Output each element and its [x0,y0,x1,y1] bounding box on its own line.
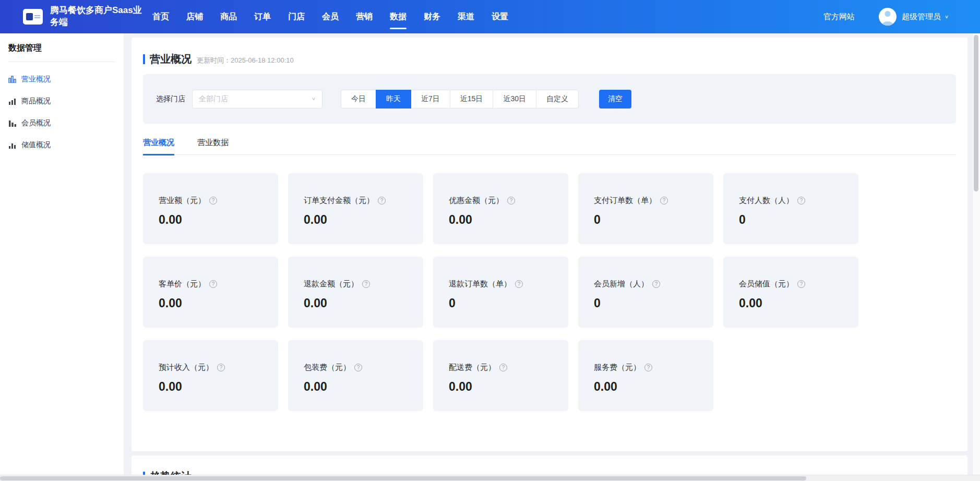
stat-card-discount-amount: 优惠金额（元）? 0.00 [433,173,568,244]
sidebar-item-business-overview[interactable]: 营业概况 [8,75,115,84]
vertical-scrollbar[interactable] [972,33,980,475]
stat-label: 退款订单数（单） [449,279,511,289]
avatar-person-icon [885,11,890,17]
chevron-down-icon: ∨ [945,14,949,19]
stat-label: 预计收入（元） [159,363,213,372]
help-icon[interactable]: ? [499,364,507,371]
chevron-down-icon: ∨ [312,96,316,101]
stat-value: 0.00 [159,213,273,227]
stat-value: 0.00 [449,380,563,394]
store-filter-label: 选择门店 [156,94,185,104]
stat-card-member-stored-value: 会员储值（元）? 0.00 [723,257,858,328]
stat-value: 0.00 [739,296,853,310]
range-button-last7days[interactable]: 近7日 [411,90,450,109]
stat-value: 0 [594,296,708,310]
main-content: 营业概况 更新时间：2025-06-18 12:00:10 选择门店 全部门店 … [124,33,980,481]
stat-card-refund-amount: 退款金额（元）? 0.00 [288,257,423,328]
clear-button[interactable]: 清空 [599,90,631,109]
stat-card-estimated-income: 预计收入（元）? 0.00 [143,340,278,411]
stat-label: 支付订单数（单） [594,196,656,206]
nav-item-home[interactable]: 首页 [152,0,169,34]
tab-business-overview[interactable]: 营业概况 [143,138,174,155]
horizontal-scrollbar-thumb[interactable] [0,476,806,480]
nav-item-marketing[interactable]: 营销 [356,0,373,34]
range-button-last15days[interactable]: 近15日 [450,90,494,109]
stat-label: 会员新增（人） [594,279,649,289]
store-select-value: 全部门店 [199,94,228,104]
help-icon[interactable]: ? [362,280,370,288]
help-icon[interactable]: ? [507,197,515,205]
overview-tabs: 营业概况 营业数据 [143,138,956,155]
official-site-link[interactable]: 官方网站 [823,12,855,22]
nav-item-data[interactable]: 数据 [390,0,407,34]
help-icon[interactable]: ? [797,280,805,288]
nav-item-shop[interactable]: 店铺 [186,0,203,34]
range-button-yesterday[interactable]: 昨天 [376,90,411,109]
help-icon[interactable]: ? [217,364,225,371]
update-time-label: 更新时间： [197,56,231,64]
stat-card-new-members: 会员新增（人）? 0 [578,257,713,328]
range-button-last30days[interactable]: 近30日 [493,90,536,109]
help-icon[interactable]: ? [209,280,217,288]
range-button-custom[interactable]: 自定义 [536,90,579,109]
sidebar-item-stored-value-overview[interactable]: 储值概况 [8,140,115,150]
tab-business-data[interactable]: 营业数据 [197,138,229,155]
stat-card-avg-order-value: 客单价（元）? 0.00 [143,257,278,328]
nav-item-goods[interactable]: 商品 [220,0,237,34]
stat-value: 0.00 [304,380,418,394]
nav-item-orders[interactable]: 订单 [254,0,271,34]
nav-item-members[interactable]: 会员 [322,0,339,34]
navbar-right: 官方网站 超级管理员 ∨ [823,8,949,26]
stat-card-delivery-fee: 配送费（元）? 0.00 [433,340,568,411]
stat-card-refund-orders: 退款订单数（单）? 0 [433,257,568,328]
stat-value: 0.00 [594,380,708,394]
nav-item-channels[interactable]: 渠道 [458,0,474,34]
sidebar-item-label: 储值概况 [21,140,51,150]
help-icon[interactable]: ? [515,280,523,288]
horizontal-scrollbar[interactable] [0,475,980,481]
stat-card-service-fee: 服务费（元）? 0.00 [578,340,713,411]
stat-value: 0 [449,296,563,310]
user-menu[interactable]: 超级管理员 ∨ [879,8,949,26]
nav-item-settings[interactable]: 设置 [492,0,508,34]
app-logo[interactable] [23,9,43,25]
nav-item-stores[interactable]: 门店 [288,0,305,34]
page-title: 营业概况 [150,52,192,66]
range-button-today[interactable]: 今日 [341,90,376,109]
help-icon[interactable]: ? [660,197,668,205]
stat-value: 0 [594,213,708,227]
stat-label: 优惠金额（元） [449,196,504,206]
help-icon[interactable]: ? [354,364,362,371]
stat-card-packaging-fee: 包装费（元）? 0.00 [288,340,423,411]
stat-value: 0.00 [449,213,563,227]
help-icon[interactable]: ? [378,197,386,205]
main-nav: 首页 店铺 商品 订单 门店 会员 营销 数据 财务 渠道 设置 [152,0,508,34]
stat-label: 支付人数（人） [739,196,794,206]
help-icon[interactable]: ? [209,197,217,205]
bar-chart-icon [8,119,17,127]
sidebar-title: 数据管理 [8,42,115,62]
stat-label: 营业额（元） [159,196,206,206]
sidebar-item-label: 营业概况 [21,75,51,84]
page-layout: 数据管理 营业概况 商品概况 会员概况 [0,33,980,481]
sidebar-item-member-overview[interactable]: 会员概况 [8,118,115,128]
nav-item-finance[interactable]: 财务 [424,0,440,34]
update-time-value: 2025-06-18 12:00:10 [231,56,294,64]
stat-value: 0.00 [304,296,418,310]
stat-label: 会员储值（元） [739,279,794,289]
store-select[interactable]: 全部门店 ∨ [192,90,322,109]
sidebar-item-goods-overview[interactable]: 商品概况 [8,97,115,106]
logo-glyph-icon [26,13,33,20]
stat-value: 0.00 [159,380,273,394]
stat-card-paid-orders: 支付订单数（单）? 0 [578,173,713,244]
bar-chart-icon [8,76,17,83]
user-name: 超级管理员 [902,12,941,22]
sidebar-item-label: 商品概况 [21,97,51,106]
help-icon[interactable]: ? [797,197,805,205]
help-icon[interactable]: ? [644,364,652,371]
help-icon[interactable]: ? [652,280,660,288]
stat-label: 客单价（元） [159,279,206,289]
section-header: 营业概况 更新时间：2025-06-18 12:00:10 [143,52,956,66]
vertical-scrollbar-thumb[interactable] [974,35,978,191]
user-avatar[interactable] [879,8,897,26]
